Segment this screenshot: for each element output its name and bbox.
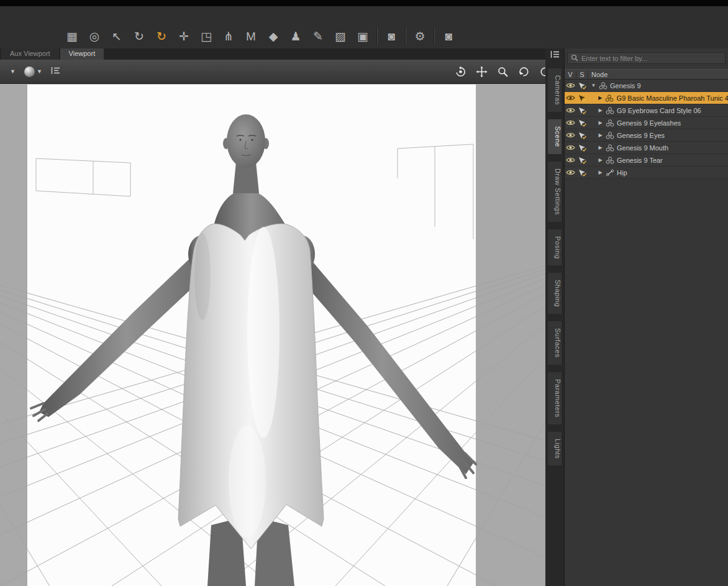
group-node-icon — [598, 82, 608, 89]
visibility-eye-icon[interactable] — [565, 132, 576, 139]
side-tab-label: Scene — [554, 126, 562, 147]
draw-style-dropdown[interactable]: ▼ — [24, 66, 42, 77]
visibility-eye-icon[interactable] — [565, 169, 576, 176]
camera-menu-chevron-icon[interactable]: ▼ — [10, 68, 16, 75]
surface-selection-tool-icon: ✎ — [313, 30, 323, 42]
visibility-eye-icon[interactable] — [565, 82, 576, 89]
side-tab-draw-settings[interactable]: Draw Settings — [548, 162, 562, 222]
tunic-garment — [178, 224, 324, 549]
selectability-cursor-icon[interactable] — [576, 107, 588, 114]
render-tool-button[interactable]: ◙ — [437, 26, 460, 46]
side-tab-shaping[interactable]: Shaping — [548, 273, 562, 314]
column-node[interactable]: Node — [588, 71, 728, 78]
pointer-options-tool-button[interactable]: ⚙ — [409, 26, 431, 46]
selectability-cursor-icon[interactable] — [576, 169, 588, 176]
zoom-camera-icon[interactable] — [494, 63, 511, 80]
tab-viewport[interactable]: Viewport — [60, 48, 104, 60]
node-label: G9 Eyebrows Card Style 06 — [617, 107, 701, 114]
filter-row — [565, 48, 728, 69]
selectability-cursor-icon[interactable] — [576, 132, 588, 139]
geometry-editor-tool-icon: ▨ — [335, 30, 346, 42]
selectability-cursor-icon[interactable] — [576, 157, 588, 164]
region-navigator-tool-button[interactable]: ▣ — [352, 26, 374, 46]
main-toolbar: ▦◎↖↻↻✛◳⋔M◆♟✎▨▣◙⚙◙ — [0, 6, 728, 48]
pane-group-menu-icon[interactable] — [550, 50, 560, 61]
3d-viewport-scene[interactable] — [0, 84, 545, 586]
expand-arrow-icon[interactable]: ▶ — [596, 157, 604, 163]
expand-arrow-icon[interactable]: ▶ — [596, 132, 604, 138]
expand-arrow-icon[interactable]: ▶ — [596, 170, 604, 175]
visibility-eye-icon[interactable] — [565, 107, 576, 114]
expand-arrow-icon[interactable]: ▶ — [596, 145, 604, 150]
scene-node-row[interactable]: ▶G9 Basic Masculine Pharoah Tunic 4 — [565, 92, 728, 104]
viewport-tab-bar: Aux Viewport Viewport — [0, 48, 545, 60]
scene-node-row[interactable]: ▶Genesis 9 Eyes — [565, 129, 728, 142]
side-tab-cameras[interactable]: Cameras — [548, 68, 562, 112]
universal-scale-tool-button[interactable]: ◳ — [195, 26, 217, 46]
toolbar-divider — [376, 27, 378, 45]
side-tabs: CamerasSceneDraw SettingsPosingShapingSu… — [548, 61, 562, 465]
dformer-tool-icon: ◆ — [269, 30, 278, 42]
visibility-eye-icon[interactable] — [565, 119, 576, 126]
visibility-eye-icon[interactable] — [565, 157, 576, 163]
column-selectable[interactable]: S — [576, 71, 588, 78]
surface-selection-tool-button[interactable]: ✎ — [307, 26, 329, 46]
dformer-tool-button[interactable]: ◆ — [262, 26, 284, 46]
side-tab-surfaces[interactable]: Surfaces — [548, 321, 562, 364]
selectability-cursor-icon[interactable] — [576, 119, 588, 127]
scene-node-row[interactable]: ▶Genesis 9 Mouth — [565, 142, 728, 154]
scene-node-row[interactable]: ▶Genesis 9 Tear — [565, 154, 728, 167]
collapse-arrow-icon[interactable]: ▼ — [589, 83, 598, 88]
selectability-cursor-icon[interactable] — [576, 144, 588, 152]
rotate-selection-tool-button[interactable]: ↻ — [128, 26, 150, 46]
frame-camera-icon[interactable] — [516, 63, 532, 80]
scene-node-row[interactable]: ▶Hip — [565, 167, 728, 179]
viewport-options-icon[interactable] — [51, 66, 60, 77]
universal-rotate-tool-button[interactable]: ↻ — [150, 26, 173, 46]
side-tab-label: Posing — [554, 236, 562, 259]
spot-render-tool-button[interactable]: ▦ — [61, 26, 83, 46]
side-tab-scene[interactable]: Scene — [548, 119, 562, 154]
spot-render-tool-icon: ▦ — [66, 30, 78, 42]
group-node-icon — [604, 94, 615, 102]
node-selection-tool-button[interactable]: ↖ — [106, 26, 128, 46]
visibility-eye-icon[interactable] — [565, 144, 576, 151]
filter-input[interactable] — [581, 55, 722, 62]
scene-node-row[interactable]: ▶G9 Eyebrows Card Style 06 — [565, 104, 728, 117]
expand-arrow-icon[interactable]: ▶ — [596, 108, 604, 113]
aim-at-tool-button[interactable]: ◎ — [83, 26, 106, 46]
window-titlebar — [0, 0, 728, 6]
figure-setup-tool-button[interactable]: ♟ — [284, 26, 307, 46]
side-tab-label: Parameters — [554, 379, 562, 418]
side-tab-posing[interactable]: Posing — [548, 229, 562, 266]
figure-setup-tool-icon: ♟ — [290, 30, 301, 42]
node-label: Genesis 9 Mouth — [617, 144, 668, 152]
side-tab-label: Shaping — [554, 280, 562, 307]
scene-node-row[interactable]: ▶Genesis 9 Eyelashes — [565, 117, 728, 129]
visibility-eye-icon[interactable] — [565, 94, 576, 101]
expand-arrow-icon[interactable]: ▶ — [596, 120, 604, 126]
pan-camera-icon[interactable] — [473, 63, 489, 80]
universal-translate-tool-button[interactable]: ✛ — [173, 26, 195, 46]
new-camera-tool-button[interactable]: ◙ — [380, 26, 403, 46]
node-label: Genesis 9 Eyes — [617, 132, 665, 139]
scene-node-row[interactable]: ▼Genesis 9 — [565, 80, 728, 92]
universal-scale-tool-icon: ◳ — [201, 30, 212, 42]
selectability-cursor-icon[interactable] — [576, 82, 588, 89]
column-visible[interactable]: V — [565, 71, 576, 78]
side-tab-label: Cameras — [554, 75, 562, 105]
toolbar-divider — [434, 27, 435, 45]
render-tool-icon: ◙ — [445, 30, 452, 42]
measure-metrics-tool-button[interactable]: M — [240, 26, 262, 46]
expand-arrow-icon[interactable]: ▶ — [596, 95, 604, 101]
side-tab-parameters[interactable]: Parameters — [548, 372, 562, 424]
group-node-icon — [604, 132, 615, 139]
bone-node-icon — [604, 169, 615, 176]
joint-editor-tool-button[interactable]: ⋔ — [217, 26, 240, 46]
selectability-cursor-icon[interactable] — [576, 94, 588, 102]
orbit-camera-icon[interactable] — [452, 63, 468, 80]
tab-aux-viewport[interactable]: Aux Viewport — [1, 48, 59, 60]
side-tab-lights[interactable]: Lights — [548, 432, 562, 465]
geometry-editor-tool-button[interactable]: ▨ — [329, 26, 352, 46]
universal-translate-tool-icon: ✛ — [179, 30, 189, 42]
